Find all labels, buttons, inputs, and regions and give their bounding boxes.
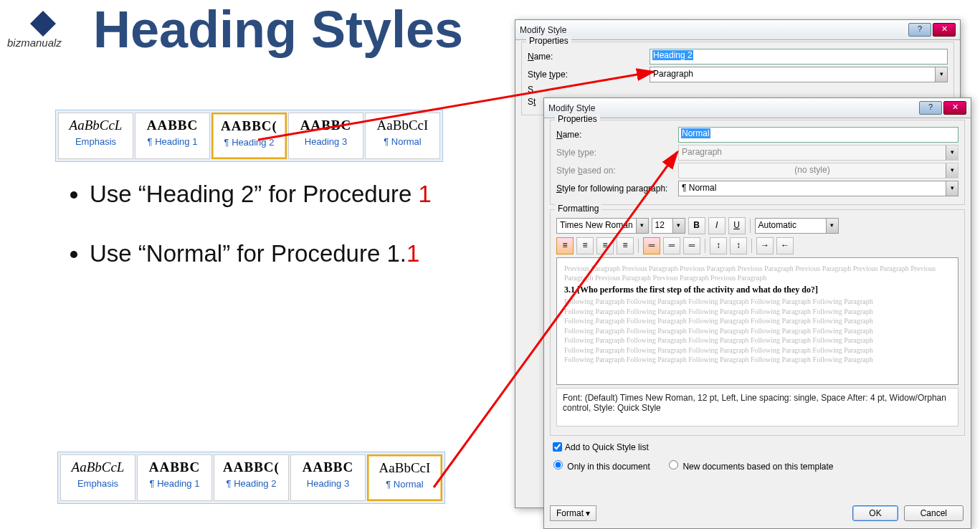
- style-heading3[interactable]: AABBC Heading 3: [290, 454, 366, 501]
- dropdown-icon[interactable]: ▾: [946, 181, 958, 196]
- format-button[interactable]: Format ▾: [550, 505, 596, 521]
- spacing-2-button[interactable]: ═: [683, 237, 700, 254]
- bullet-red: 1: [406, 240, 419, 267]
- font-select[interactable]: Times New Roman▾: [556, 218, 649, 234]
- dropdown-icon[interactable]: ▾: [935, 67, 947, 82]
- preview-following: Following Paragraph Following Paragraph …: [564, 346, 951, 356]
- style-label: ¶ Normal: [368, 479, 441, 490]
- ok-button[interactable]: OK: [852, 505, 898, 521]
- preview-following: Following Paragraph Following Paragraph …: [564, 336, 951, 345]
- dropdown-icon[interactable]: ▾: [636, 219, 648, 233]
- modify-style-dialog-front: Modify Style ? ✕ Properties Name: Normal…: [543, 97, 971, 529]
- close-button[interactable]: ✕: [943, 101, 966, 115]
- separator: [750, 219, 751, 233]
- space-before-dec-button[interactable]: ↕: [730, 237, 747, 254]
- style-heading1[interactable]: AABBC ¶ Heading 1: [135, 113, 210, 159]
- style-label: Heading 3: [289, 136, 363, 147]
- dropdown-icon: ▾: [946, 163, 958, 178]
- style-type-select[interactable]: Paragraph ▾: [650, 67, 948, 82]
- preview-sample: 3.1 [Who performs the first step of the …: [564, 285, 951, 295]
- group-legend: Properties: [526, 36, 571, 46]
- name-input[interactable]: Normal: [678, 127, 958, 143]
- style-description: Font: (Default) Times New Roman, 12 pt, …: [556, 388, 958, 426]
- italic-button[interactable]: I: [708, 217, 726, 234]
- style-sample: AaBbCcL: [59, 118, 133, 133]
- new-docs-radio[interactable]: New documents based on this template: [665, 462, 833, 472]
- style-label: ¶ Heading 1: [138, 478, 211, 489]
- style-label: ¶ Normal: [366, 136, 439, 147]
- align-right-button[interactable]: ≡: [596, 237, 614, 254]
- only-doc-radio[interactable]: Only in this document: [550, 462, 650, 472]
- space-before-inc-button[interactable]: ↕: [710, 237, 727, 254]
- style-sample: AABBC: [291, 459, 365, 475]
- separator: [705, 239, 705, 253]
- name-label: Name:: [528, 52, 650, 62]
- style-label: Emphasis: [61, 478, 135, 489]
- style-emphasis[interactable]: AaBbCcL Emphasis: [58, 113, 133, 159]
- help-button[interactable]: ?: [919, 101, 942, 115]
- style-heading3[interactable]: AABBC Heading 3: [288, 113, 363, 159]
- preview-following: Following Paragraph Following Paragraph …: [564, 297, 951, 307]
- dropdown-icon[interactable]: ▾: [672, 219, 685, 233]
- style-label: Heading 3: [291, 478, 365, 489]
- style-type-label: Style type:: [528, 70, 650, 80]
- logo: bizmanualz: [7, 11, 79, 49]
- style-following-select[interactable]: ¶ Normal ▾: [678, 181, 958, 196]
- close-button[interactable]: ✕: [933, 23, 956, 37]
- dropdown-icon: ▾: [946, 146, 958, 160]
- preview-following: Following Paragraph Following Paragraph …: [564, 327, 951, 336]
- preview-previous: Previous Paragraph Previous Paragraph Pr…: [564, 264, 951, 282]
- radio[interactable]: [553, 460, 563, 470]
- style-heading2[interactable]: AABBC( ¶ Heading 2: [211, 113, 287, 159]
- name-label: Name:: [556, 130, 678, 140]
- spacing-1-button[interactable]: ═: [643, 237, 660, 254]
- style-label: ¶ Heading 2: [214, 478, 288, 489]
- align-justify-button[interactable]: ≡: [617, 237, 634, 254]
- bold-button[interactable]: B: [688, 217, 705, 234]
- underline-button[interactable]: U: [728, 217, 746, 234]
- style-sample: AaBbCcI: [368, 460, 441, 476]
- style-normal[interactable]: AaBbCcI ¶ Normal: [365, 113, 440, 159]
- spacing-15-button[interactable]: ═: [663, 237, 680, 254]
- bullet-item: Use “Normal” for Procedure 1.1: [90, 239, 470, 270]
- style-gallery-top: AaBbCcL Emphasis AABBC ¶ Heading 1 AABBC…: [55, 110, 443, 162]
- radio[interactable]: [669, 460, 678, 470]
- style-sample: AaBbCcL: [61, 459, 135, 475]
- align-left-button[interactable]: ≡: [556, 237, 574, 254]
- style-preview: Previous Paragraph Previous Paragraph Pr…: [556, 257, 958, 385]
- style-heading2[interactable]: AABBC( ¶ Heading 2: [214, 454, 289, 501]
- style-following-label: Style for following paragraph:: [556, 184, 678, 194]
- style-sample: AABBC: [289, 118, 363, 133]
- align-center-button[interactable]: ≡: [576, 237, 594, 254]
- properties-group: Properties Name: Normal Style type: Para…: [550, 120, 965, 205]
- titlebar[interactable]: Modify Style ? ✕: [544, 98, 971, 118]
- help-button[interactable]: ?: [908, 23, 931, 37]
- style-emphasis[interactable]: AaBbCcL Emphasis: [60, 454, 135, 501]
- slide-title: Heading Styles: [93, 0, 463, 59]
- style-normal[interactable]: AaBbCcI ¶ Normal: [367, 454, 442, 501]
- titlebar[interactable]: Modify Style ? ✕: [515, 20, 960, 40]
- bullet-red: 1: [419, 181, 432, 207]
- color-select[interactable]: Automatic▾: [755, 218, 839, 234]
- size-select[interactable]: 12▾: [652, 218, 685, 234]
- separator: [751, 239, 752, 253]
- paragraph-toolbar: ≡ ≡ ≡ ≡ ═ ═ ═ ↕ ↕ → ←: [556, 237, 958, 254]
- checkbox[interactable]: [553, 442, 562, 452]
- dialog-title: Modify Style: [520, 25, 907, 35]
- partial-label: S: [528, 85, 650, 95]
- style-type-label: Style type:: [556, 148, 678, 158]
- style-sample: AaBbCcI: [366, 118, 439, 133]
- indent-dec-button[interactable]: ←: [776, 237, 794, 254]
- dropdown-icon[interactable]: ▾: [826, 219, 838, 233]
- logo-text: bizmanualz: [7, 37, 62, 49]
- style-label: ¶ Heading 2: [213, 137, 285, 148]
- indent-inc-button[interactable]: →: [756, 237, 774, 254]
- bullet-item: Use “Heading 2” for Procedure 1: [90, 179, 470, 210]
- group-legend: Formatting: [555, 204, 601, 214]
- preview-following: Following Paragraph Following Paragraph …: [564, 356, 951, 365]
- group-legend: Properties: [555, 114, 600, 124]
- name-input[interactable]: Heading 2: [650, 49, 948, 65]
- add-quick-style-check[interactable]: Add to Quick Style list: [550, 440, 965, 454]
- cancel-button[interactable]: Cancel: [904, 505, 964, 521]
- style-heading1[interactable]: AABBC ¶ Heading 1: [137, 454, 212, 501]
